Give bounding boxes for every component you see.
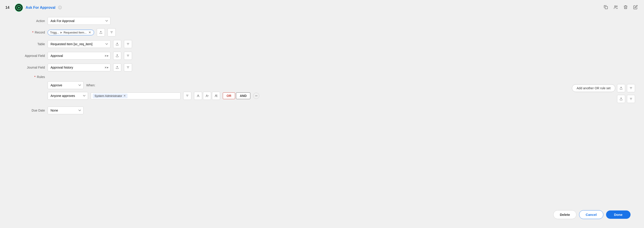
rules-label: * Rules [9, 75, 45, 79]
approval-field-input-container: ✕▾ [48, 52, 110, 60]
anyone-approves-select[interactable]: Anyone approves [48, 92, 88, 100]
svg-point-26 [206, 95, 207, 96]
required-star: * [32, 31, 34, 34]
when-label: When: [86, 83, 95, 87]
step-number: 14 [6, 6, 12, 10]
approval-field-row: Approval Field ✕▾ [9, 52, 635, 60]
action-select[interactable]: Ask For Approval [48, 17, 110, 25]
app-logo-icon [15, 4, 23, 12]
approver-input-container[interactable]: System Administrator ✕ [91, 92, 180, 99]
info-icon[interactable]: ⓘ [58, 6, 62, 10]
record-filter-button[interactable] [108, 28, 116, 37]
record-tag-value: Requested Item... [64, 31, 87, 34]
approval-field-clear-button[interactable]: ✕▾ [102, 53, 110, 59]
content-area: Action Ask For Approval * Record Trigg..… [0, 15, 644, 123]
record-label: * Record [9, 31, 45, 34]
delete-header-button[interactable] [622, 4, 629, 12]
second-icon-row [617, 95, 635, 103]
record-tag-arrow: ▶ [60, 31, 62, 34]
table-select[interactable]: Requested Item [sc_req_item] [48, 40, 110, 48]
journal-field-clear-button[interactable]: ✕▾ [102, 65, 110, 70]
due-date-select[interactable]: None 1 day 2 days 3 days 1 week [48, 107, 84, 114]
or-filter-button[interactable] [627, 84, 635, 92]
header-actions [603, 4, 638, 12]
add-user-button[interactable] [203, 92, 211, 100]
people-button[interactable] [612, 4, 619, 12]
svg-point-25 [198, 95, 199, 96]
journal-field-label: Journal Field [9, 66, 45, 69]
journal-field-filter-button[interactable] [124, 63, 132, 72]
journal-field-input-container: ✕▾ [48, 64, 110, 71]
due-date-row: Due Date None 1 day 2 days 3 days 1 week [9, 107, 635, 114]
journal-field-row: Journal Field ✕▾ [9, 63, 635, 72]
approve-row: Approve When: [48, 81, 547, 89]
rules-left-section: * Rules Approve When: Anyone approves [9, 75, 547, 100]
or-upload-button[interactable] [617, 84, 625, 92]
approve-select[interactable]: Approve [48, 81, 84, 89]
record-tag-prefix: Trigg... [50, 31, 59, 34]
approver-search-input[interactable] [128, 94, 168, 98]
rules-required-star: * [34, 75, 36, 79]
minus-rule-button[interactable]: − [253, 93, 259, 99]
page-container: 14 Ask For Approval ⓘ [0, 0, 644, 228]
or-button[interactable]: OR [223, 92, 235, 99]
copy-button[interactable] [603, 4, 609, 12]
approval-field-input[interactable] [48, 52, 102, 59]
approver-tag-close-button[interactable]: ✕ [124, 94, 126, 97]
approver-row: Anyone approves System Administrator ✕ [48, 92, 547, 100]
done-button[interactable]: Done [606, 210, 631, 219]
page-title[interactable]: Ask For Approval [26, 6, 56, 10]
edit-button[interactable] [632, 4, 638, 12]
svg-rect-3 [605, 6, 608, 9]
second-filter-button[interactable] [627, 95, 635, 103]
table-label: Table [9, 42, 45, 46]
table-filter-button[interactable] [124, 40, 132, 48]
or-and-group: OR AND [223, 92, 250, 99]
cancel-button[interactable]: Cancel [579, 210, 603, 219]
action-row: Action Ask For Approval [9, 17, 635, 25]
record-tag[interactable]: Trigg... ▶ Requested Item... ✕ [48, 30, 94, 35]
svg-point-30 [216, 95, 217, 95]
approval-field-upload-button[interactable] [113, 52, 121, 60]
table-row-form: Table Requested Item [sc_req_item] [9, 40, 635, 48]
rules-header: * Rules [9, 75, 547, 79]
group-user-button[interactable] [212, 92, 220, 100]
second-upload-button[interactable] [617, 95, 625, 103]
record-tag-close-button[interactable]: ✕ [88, 31, 92, 34]
and-button[interactable]: AND [236, 92, 250, 99]
approver-tag: System Administrator ✕ [93, 94, 128, 98]
rules-container: * Rules Approve When: Anyone approves [9, 75, 635, 103]
user-icons-group [194, 92, 220, 100]
record-row: * Record Trigg... ▶ Requested Item... ✕ [9, 28, 635, 37]
svg-point-29 [215, 95, 216, 96]
journal-field-input[interactable] [48, 64, 102, 71]
due-date-label: Due Date [9, 109, 45, 112]
header-row: 14 Ask For Approval ⓘ [0, 0, 644, 15]
approver-filter-button[interactable] [183, 92, 191, 100]
table-upload-button[interactable] [113, 40, 121, 48]
delete-footer-button[interactable]: Delete [553, 210, 576, 219]
footer-actions: Delete Cancel Done [553, 210, 630, 219]
approval-field-label: Approval Field [9, 54, 45, 58]
single-user-button[interactable] [194, 92, 202, 100]
add-or-rule-button[interactable]: Add another OR rule set [572, 84, 615, 92]
approver-tag-text: System Administrator [94, 94, 122, 98]
or-rule-top-row: Add another OR rule set [572, 84, 635, 92]
svg-point-4 [614, 6, 616, 7]
record-upload-button[interactable] [97, 28, 105, 37]
rules-right-section: Add another OR rule set [550, 75, 635, 103]
journal-field-upload-button[interactable] [113, 63, 121, 72]
svg-point-2 [18, 7, 20, 9]
svg-point-5 [616, 6, 617, 7]
action-label: Action [9, 19, 45, 23]
approval-field-filter-button[interactable] [124, 52, 132, 60]
